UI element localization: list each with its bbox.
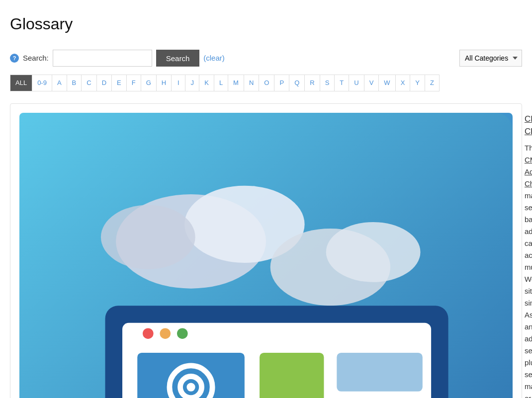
alpha-item-all[interactable]: ALL: [10, 75, 32, 91]
alpha-item-t[interactable]: T: [335, 75, 349, 91]
search-button[interactable]: Search: [156, 50, 200, 67]
search-bar: ? Search: Search (clear) All Categories …: [10, 50, 522, 67]
svg-point-9: [160, 328, 171, 339]
alpha-item-r[interactable]: R: [305, 75, 320, 91]
svg-point-3: [101, 205, 195, 269]
search-label: Search:: [23, 53, 49, 64]
alpha-item-x[interactable]: X: [396, 75, 411, 91]
entry-image-ad-changer: [19, 113, 513, 398]
svg-point-10: [177, 328, 188, 339]
svg-rect-15: [260, 353, 324, 398]
alpha-item-a[interactable]: A: [52, 75, 67, 91]
page-title: Glossary: [10, 12, 522, 36]
search-input[interactable]: [53, 50, 152, 67]
categories-select[interactable]: All Categories Plugins Themes Tools: [459, 50, 522, 67]
help-icon[interactable]: ?: [10, 54, 19, 63]
alpha-item-j[interactable]: J: [185, 75, 199, 91]
alpha-item-l[interactable]: L: [214, 75, 228, 91]
entry-card: CM Ad Changer The CM Ad Changer manages …: [10, 103, 522, 398]
svg-point-5: [326, 222, 421, 282]
alpha-item-o[interactable]: O: [259, 75, 274, 91]
alpha-item-m[interactable]: M: [228, 75, 244, 91]
svg-point-8: [143, 328, 154, 339]
inline-link-cm-ad-changer[interactable]: CM Ad Changer: [525, 156, 532, 188]
alpha-item-e[interactable]: E: [112, 75, 127, 91]
entry-title-ad-changer[interactable]: CM Ad Changer: [525, 113, 532, 138]
alpha-item-c[interactable]: C: [82, 75, 96, 91]
alpha-item-q[interactable]: Q: [289, 75, 305, 91]
alpha-item-k[interactable]: K: [199, 75, 214, 91]
alpha-item-u[interactable]: U: [349, 75, 364, 91]
categories-select-wrap: All Categories Plugins Themes Tools: [459, 50, 522, 67]
alphabet-bar: ALL0-9ABCDEFGHIJKLMNOPQRSTUVWXYZ: [10, 75, 440, 91]
alpha-item-p[interactable]: P: [274, 75, 289, 91]
svg-point-14: [186, 383, 195, 391]
alpha-item-i[interactable]: I: [172, 75, 185, 91]
alpha-item-y[interactable]: Y: [410, 75, 425, 91]
alpha-item-d[interactable]: D: [97, 75, 112, 91]
alpha-item-0-9[interactable]: 0-9: [32, 75, 52, 91]
alpha-item-z[interactable]: Z: [425, 75, 439, 91]
entries-list: CM Ad Changer The CM Ad Changer manages …: [10, 103, 522, 398]
alpha-item-b[interactable]: B: [67, 75, 82, 91]
alpha-item-h[interactable]: H: [157, 75, 172, 91]
alpha-item-g[interactable]: G: [141, 75, 157, 91]
alpha-item-f[interactable]: F: [127, 75, 141, 91]
alpha-item-w[interactable]: W: [379, 75, 395, 91]
alpha-item-v[interactable]: V: [364, 75, 379, 91]
alpha-item-n[interactable]: N: [244, 75, 259, 91]
clear-link[interactable]: (clear): [203, 53, 225, 64]
svg-rect-16: [337, 353, 423, 392]
alpha-item-s[interactable]: S: [320, 75, 335, 91]
page-container: Glossary ? Search: Search (clear) All Ca…: [0, 0, 532, 398]
